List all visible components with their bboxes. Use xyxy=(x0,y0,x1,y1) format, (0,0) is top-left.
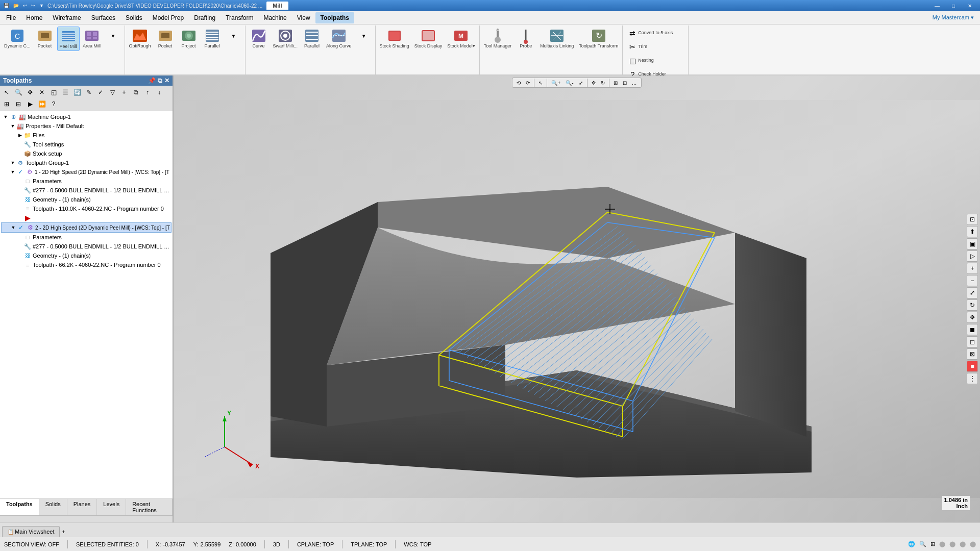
view-more-btn[interactable]: ⋮ xyxy=(967,373,978,384)
view-right-btn[interactable]: ▷ xyxy=(967,251,978,262)
tree-area[interactable]: ▼ ⊕ 🏭 Machine Group-1 ▼ 🏭 Properties - M… xyxy=(0,111,173,498)
stock-shading-button[interactable]: Stock Shading xyxy=(378,27,411,50)
nesting-button[interactable]: ▤ Nesting xyxy=(625,54,666,67)
stock-model-button[interactable]: M Stock Model▾ xyxy=(445,27,477,50)
vt-undo-btn[interactable]: ⟲ xyxy=(514,80,523,86)
tree-files[interactable]: ▶ 📁 Files xyxy=(1,131,172,140)
tool-manager-button[interactable]: Tool Manager xyxy=(482,27,514,50)
toolpath-transform-button[interactable]: ↻ Toolpath Transform xyxy=(577,27,620,50)
expand-op2[interactable]: ▼ xyxy=(10,225,17,230)
view-fit-btn[interactable]: ⤢ xyxy=(967,287,978,298)
tb-delete-btn[interactable]: ✕ xyxy=(36,87,47,98)
dynamic-c-button[interactable]: C Dynamic C... xyxy=(2,27,33,50)
panel-tab-levels[interactable]: Levels xyxy=(97,499,126,515)
sb-icon-5[interactable]: ⬤ xyxy=(949,541,955,547)
tb-sim-btn[interactable]: ▶ xyxy=(24,98,36,110)
tb-new-btn[interactable]: + xyxy=(118,87,130,98)
vt-zoom-out-btn[interactable]: 🔍- xyxy=(564,80,575,86)
tb-check-btn[interactable]: ✓ xyxy=(95,87,106,98)
view-rotate-btn[interactable]: ↻ xyxy=(967,299,978,311)
menu-file[interactable]: File xyxy=(1,12,21,23)
vt-select-btn[interactable]: ↖ xyxy=(536,80,545,86)
expand-op1[interactable]: ▼ xyxy=(9,169,16,174)
vt-options-btn[interactable]: … xyxy=(630,80,639,86)
tb-help-btn[interactable]: ? xyxy=(48,98,59,110)
menu-wireframe[interactable]: Wireframe xyxy=(47,12,86,23)
view-shade-btn[interactable]: ◼ xyxy=(967,324,978,335)
undo-icon[interactable]: ↩ xyxy=(21,3,29,9)
tree-op1-toolpath[interactable]: ≡ Toolpath - 110.0K - 4060-22.NC - Progr… xyxy=(1,204,172,213)
view-zoom-out-btn[interactable]: − xyxy=(967,275,978,286)
panel-close-button[interactable]: ✕ xyxy=(164,77,169,84)
view-red-btn[interactable]: ■ xyxy=(967,361,978,372)
sb-icon-2[interactable]: 🔍 xyxy=(919,541,926,547)
tree-tool-settings[interactable]: 🔧 Tool settings xyxy=(1,140,172,149)
panel-pin-button[interactable]: 📌 xyxy=(148,77,156,84)
stock-display-button[interactable]: Stock Display xyxy=(412,27,445,50)
view-front-btn[interactable]: ▣ xyxy=(967,238,978,249)
tb-filter-btn[interactable]: ▽ xyxy=(107,87,118,98)
menu-model-prep[interactable]: Model Prep xyxy=(148,12,189,23)
tb-sim2-btn[interactable]: ⏩ xyxy=(36,98,47,110)
project-button[interactable]: Project xyxy=(178,27,200,50)
view-pan-btn[interactable]: ✥ xyxy=(967,312,978,323)
tb-select-btn[interactable]: ↖ xyxy=(1,87,12,98)
probe-button[interactable]: Probe xyxy=(514,27,537,50)
trim-button[interactable]: ✂ Trim xyxy=(625,40,666,54)
menu-toolpaths[interactable]: Toolpaths xyxy=(315,12,354,23)
tb-ungroup-btn[interactable]: ⊟ xyxy=(13,98,24,110)
menu-home[interactable]: Home xyxy=(21,12,47,23)
sb-icon-3[interactable]: ⊞ xyxy=(930,541,935,547)
menu-drafting[interactable]: Drafting xyxy=(189,12,220,23)
sb-icon-7[interactable]: ⬤ xyxy=(970,541,976,547)
vt-grid-btn[interactable]: ⊞ xyxy=(611,80,620,86)
tb-zoom-btn[interactable]: 🔍 xyxy=(13,87,24,98)
tree-op1[interactable]: ▼ ✓ ⚙ 1 - 2D High Speed (2D Dynamic Peel… xyxy=(1,167,172,177)
viewport[interactable]: ⟲ ⟳ ↖ 🔍+ 🔍- ⤢ ✥ ↻ ⊞ ⊡ … xyxy=(174,76,980,522)
op1-play-icon[interactable]: ▶ xyxy=(23,214,32,222)
tree-op1-params[interactable]: □ Parameters xyxy=(1,177,172,186)
tree-properties[interactable]: ▼ 🏭 Properties - Mill Default xyxy=(1,121,172,131)
view-wire-btn[interactable]: ◻ xyxy=(967,336,978,347)
panel-tab-recent-functions[interactable]: Recent Functions xyxy=(126,499,173,515)
curve-button[interactable]: Curve xyxy=(248,27,270,50)
multiaxis-linking-button[interactable]: Multiaxis Linking xyxy=(538,27,576,50)
mill-tab[interactable]: Mill xyxy=(266,2,288,10)
pocket-button[interactable]: Pocket xyxy=(34,27,56,50)
expand-files[interactable]: ▶ xyxy=(16,133,23,138)
tree-op2-params[interactable]: □ Parameters xyxy=(1,233,172,242)
parallel-ma-button[interactable]: Parallel xyxy=(301,27,323,50)
minimize-button[interactable]: — xyxy=(929,0,945,11)
tb-duplicate-btn[interactable]: ⧉ xyxy=(130,87,141,98)
add-viewsheet-btn[interactable]: + xyxy=(60,527,67,537)
menu-surfaces[interactable]: Surfaces xyxy=(86,12,120,23)
panel-tab-planes[interactable]: Planes xyxy=(67,499,97,515)
optirough-button[interactable]: OptiRough xyxy=(127,27,153,50)
save-icon[interactable]: 💾 xyxy=(2,3,11,9)
tree-op1-tool[interactable]: 🔧 #277 - 0.5000 BULL ENDMILL - 1/2 BULL … xyxy=(1,186,172,195)
mastercam-link[interactable]: My Mastercam ▾ xyxy=(927,12,979,23)
horizontal-scrollbar[interactable] xyxy=(0,515,173,522)
swarf-mill-button[interactable]: Swarf Milli... xyxy=(271,27,300,50)
expand-toolpath-group[interactable]: ▼ xyxy=(9,160,16,165)
tb-menu-btn[interactable]: ☰ xyxy=(60,87,71,98)
menu-view[interactable]: View xyxy=(292,12,315,23)
redo-icon[interactable]: ↪ xyxy=(30,3,37,9)
menu-machine[interactable]: Machine xyxy=(258,12,291,23)
vt-snap-btn[interactable]: ⊡ xyxy=(621,80,629,86)
panel-float-button[interactable]: ⧉ xyxy=(158,77,162,84)
menu-solids[interactable]: Solids xyxy=(120,12,148,23)
sb-icon-1[interactable]: 🌐 xyxy=(908,541,915,547)
tree-toolpath-group[interactable]: ▼ ⚙ Toolpath Group-1 xyxy=(1,158,172,167)
tb-refresh-btn[interactable]: 🔄 xyxy=(71,87,83,98)
tb-up-btn[interactable]: ↑ xyxy=(142,87,153,98)
tb-properties-btn[interactable]: ◱ xyxy=(48,87,59,98)
tree-op2-geom[interactable]: ⛓ Geometry - (1) chain(s) xyxy=(1,251,172,260)
tb-down-btn[interactable]: ↓ xyxy=(154,87,165,98)
view-zoom-in-btn[interactable]: + xyxy=(967,263,978,274)
tree-op1-geom[interactable]: ⛓ Geometry - (1) chain(s) xyxy=(1,195,172,204)
peel-mill-button[interactable]: Peel Mill xyxy=(57,27,80,51)
tree-op2-toolpath[interactable]: ≡ Toolpath - 66.2K - 4060-22.NC - Progra… xyxy=(1,260,172,269)
tb-edit-btn[interactable]: ✎ xyxy=(83,87,94,98)
viewsheet-tab[interactable]: 📋 Main Viewsheet xyxy=(2,526,60,537)
